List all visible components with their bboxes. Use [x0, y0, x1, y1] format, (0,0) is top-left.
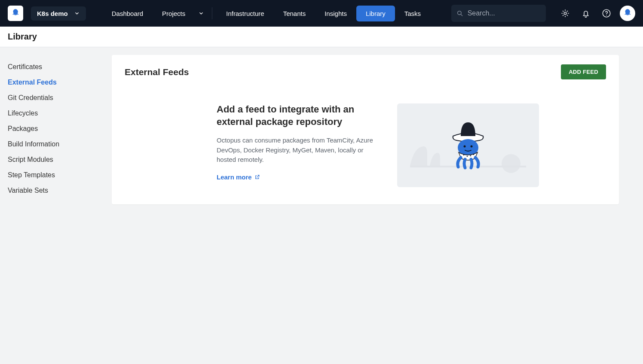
primary-nav: Dashboard Projects Infrastructure Tenant…	[102, 6, 430, 21]
nav-tasks[interactable]: Tasks	[395, 6, 430, 21]
library-sidebar: Certificates External Feeds Git Credenti…	[0, 47, 112, 364]
external-feeds-card: External Feeds ADD FEED Add a feed to in…	[112, 55, 619, 204]
sidebar-item-external-feeds[interactable]: External Feeds	[8, 75, 112, 90]
section-header: Library	[0, 27, 643, 47]
svg-rect-5	[410, 166, 526, 167]
svg-point-3	[606, 15, 607, 15]
sidebar-item-build-information[interactable]: Build Information	[8, 136, 112, 152]
space-switcher[interactable]: K8s demo	[31, 6, 86, 21]
nav-projects[interactable]: Projects	[153, 6, 195, 21]
card-title: External Feeds	[125, 67, 189, 77]
card-header: External Feeds ADD FEED	[125, 64, 606, 79]
nav-insights[interactable]: Insights	[315, 6, 356, 21]
octopus-logo-icon	[10, 8, 21, 19]
learn-more-label: Learn more	[217, 173, 252, 181]
svg-point-9	[463, 155, 465, 156]
external-link-icon	[254, 174, 260, 180]
octopus-avatar-icon	[622, 8, 633, 19]
sidebar-item-variable-sets[interactable]: Variable Sets	[8, 183, 112, 198]
add-feed-button[interactable]: ADD FEED	[561, 64, 606, 79]
nav-dashboard[interactable]: Dashboard	[102, 6, 153, 21]
main-area: Certificates External Feeds Git Credenti…	[0, 47, 643, 364]
search-icon	[456, 9, 463, 17]
chevron-down-icon	[74, 10, 80, 16]
octopus-cowboy-icon	[397, 103, 539, 187]
svg-point-12	[473, 154, 475, 155]
empty-state-description: Octopus can consume packages from TeamCi…	[217, 136, 380, 165]
svg-point-4	[502, 154, 521, 173]
top-nav: K8s demo Dashboard Projects Infrastructu…	[0, 0, 643, 27]
settings-icon[interactable]	[560, 9, 570, 18]
svg-point-1	[564, 12, 566, 15]
sidebar-item-lifecycles[interactable]: Lifecycles	[8, 106, 112, 121]
empty-state-heading: Add a feed to integrate with an external…	[217, 103, 380, 128]
empty-state-illustration	[397, 103, 539, 187]
sidebar-item-packages[interactable]: Packages	[8, 121, 112, 136]
chevron-down-icon	[198, 10, 204, 16]
learn-more-link[interactable]: Learn more	[217, 173, 260, 181]
sidebar-item-step-templates[interactable]: Step Templates	[8, 167, 112, 183]
svg-point-10	[467, 156, 468, 157]
notifications-icon[interactable]	[581, 9, 591, 18]
nav-infrastructure[interactable]: Infrastructure	[217, 6, 273, 21]
help-icon[interactable]	[602, 9, 611, 18]
empty-state-text: Add a feed to integrate with an external…	[217, 103, 380, 181]
svg-point-8	[471, 146, 473, 148]
nav-library[interactable]: Library	[356, 6, 395, 21]
sidebar-item-git-credentials[interactable]: Git Credentials	[8, 90, 112, 106]
svg-point-11	[470, 155, 472, 157]
user-avatar[interactable]	[620, 6, 635, 21]
nav-tenants[interactable]: Tenants	[274, 6, 315, 21]
projects-dropdown[interactable]	[195, 8, 208, 19]
content-wrap: External Feeds ADD FEED Add a feed to in…	[112, 47, 643, 364]
top-utility-icons	[560, 9, 611, 18]
svg-point-7	[464, 146, 466, 148]
section-title: Library	[8, 32, 37, 41]
sidebar-item-script-modules[interactable]: Script Modules	[8, 152, 112, 167]
sidebar-item-certificates[interactable]: Certificates	[8, 59, 112, 75]
search-input[interactable]	[468, 9, 541, 17]
global-search[interactable]	[451, 5, 546, 22]
svg-point-0	[458, 11, 461, 15]
empty-state: Add a feed to integrate with an external…	[125, 103, 606, 187]
product-logo[interactable]	[8, 6, 23, 21]
nav-separator	[212, 7, 212, 19]
space-name: K8s demo	[37, 10, 68, 17]
